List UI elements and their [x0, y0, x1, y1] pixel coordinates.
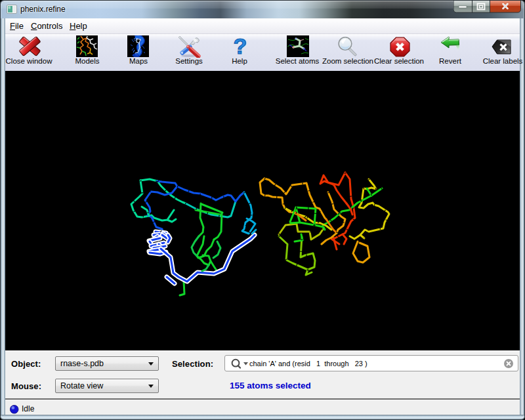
svg-text:?: ?	[234, 35, 247, 58]
